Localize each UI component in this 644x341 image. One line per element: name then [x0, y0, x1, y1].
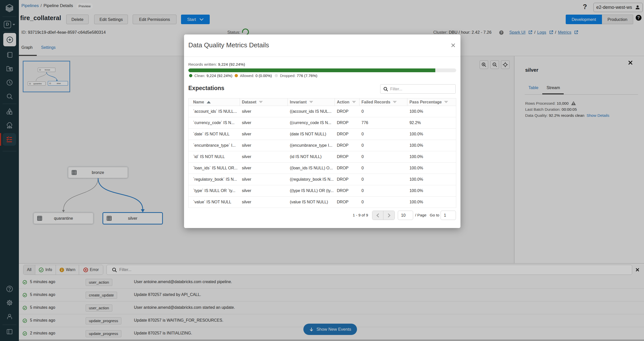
cell-pass: 100.0%: [407, 185, 456, 196]
cell-failed: 0: [360, 129, 408, 140]
table-row[interactable]: `regulatory_book` IS N... silver ((regul…: [189, 174, 456, 185]
pagination-range: 1 - 9 of 9: [353, 213, 368, 217]
table-row[interactable]: `date` IS NOT NULL silver (date IS NOT N…: [189, 129, 456, 140]
cell-invariant: ((currency_code IS N...: [288, 117, 335, 128]
cell-name: `value` IS NOT NULL: [189, 197, 240, 208]
close-icon: [451, 43, 456, 48]
cell-action: DROP: [335, 163, 360, 174]
table-row[interactable]: `loan_ids` IS NULL OR... silver ((loan_i…: [189, 163, 456, 174]
table-row[interactable]: `id` IS NOT NULL silver (id IS NOT NULL)…: [189, 151, 456, 163]
records-written: Records written: 9,224 (92.24%): [188, 62, 245, 67]
cell-failed: 0: [360, 174, 408, 185]
cell-action: DROP: [335, 174, 360, 185]
legend-dropped-value: 776 (7.76%): [297, 73, 317, 78]
column-header-dataset[interactable]: Dataset: [240, 98, 288, 106]
chevron-left-icon: [376, 213, 379, 218]
column-header-invariant[interactable]: Invariant: [288, 98, 335, 106]
cell-pass: 100.0%: [407, 163, 456, 174]
legend-allowed: Allowed: 0 (0.00%): [235, 73, 272, 78]
column-header-name[interactable]: Name: [189, 98, 240, 106]
cell-action: DROP: [335, 117, 360, 128]
goto-page-input[interactable]: [441, 211, 456, 220]
cell-action: DROP: [335, 140, 360, 151]
column-label: Name: [193, 100, 204, 104]
goto-label: Go to: [430, 213, 439, 217]
page-size-input[interactable]: [398, 211, 413, 220]
cell-invariant: ((account_ids IS NUL...: [288, 106, 335, 117]
modal-close-button[interactable]: [451, 43, 456, 48]
cell-action: DROP: [335, 106, 360, 117]
cell-name: `loan_ids` IS NULL OR...: [189, 163, 240, 174]
expectations-filter-input[interactable]: [390, 87, 455, 91]
legend-clean-label: Clean:: [194, 73, 205, 78]
sort-icon: [352, 101, 356, 103]
cell-action: DROP: [335, 197, 360, 208]
sort-icon: [309, 101, 313, 103]
modal-header-divider: [184, 57, 460, 57]
column-label: Action: [337, 100, 349, 104]
table-row[interactable]: `currency_code` IS N... silver ((currenc…: [189, 117, 456, 129]
table-row[interactable]: `account_ids` IS NULL... silver ((accoun…: [189, 106, 456, 117]
cell-dataset: silver: [240, 151, 288, 162]
cell-pass: 100.0%: [407, 174, 456, 185]
column-label: Dataset: [242, 100, 257, 104]
legend-dropped-label: Dropped:: [280, 73, 296, 78]
sort-icon: [444, 101, 448, 103]
cell-invariant: ((regulatory_book IS N...: [288, 174, 335, 185]
cell-name: `account_ids` IS NULL...: [189, 106, 240, 117]
expectations-table: Name Dataset Invariant Action Failed Rec…: [188, 98, 456, 208]
column-header-pass-percentage[interactable]: Pass Percentage: [407, 98, 456, 106]
legend-allowed-label: Allowed:: [240, 73, 254, 78]
pagination-buttons: [372, 211, 395, 220]
per-page-label: / Page: [415, 213, 426, 217]
table-row[interactable]: `encumbrance_type` I... silver ((encumbr…: [189, 140, 456, 151]
cell-name: `date` IS NOT NULL: [189, 129, 240, 140]
cell-pass: 92.2%: [407, 117, 456, 128]
cell-pass: 100.0%: [407, 197, 456, 208]
cell-dataset: silver: [240, 117, 288, 128]
cell-failed: 776: [360, 117, 408, 128]
sort-icon: [259, 101, 263, 103]
column-header-action[interactable]: Action: [335, 98, 360, 106]
records-written-label: Records written:: [188, 62, 217, 66]
column-label: Failed Records: [362, 100, 390, 104]
cell-failed: 0: [360, 140, 408, 151]
records-progress-bar: [188, 68, 456, 72]
prev-page-button[interactable]: [372, 211, 383, 220]
cell-dataset: silver: [240, 174, 288, 185]
cell-name: `type` IS NULL OR `ty...: [189, 185, 240, 196]
next-page-button[interactable]: [383, 211, 395, 220]
cell-invariant: ((type IS NULL) OR (ty...: [288, 185, 335, 196]
cell-pass: 100.0%: [407, 129, 456, 140]
sort-asc-icon: [207, 101, 211, 103]
cell-invariant: ((loan_ids IS NULL) O...: [288, 163, 335, 174]
cell-dataset: silver: [240, 106, 288, 117]
cell-invariant: (value IS NOT NULL): [288, 197, 335, 208]
app: D: [0, 0, 644, 341]
cell-action: DROP: [335, 129, 360, 140]
legend-allowed-value: 0 (0.00%): [256, 73, 272, 78]
legend-dropped: Dropped: 776 (7.76%): [275, 73, 317, 78]
cell-pass: 100.0%: [407, 106, 456, 117]
chevron-right-icon: [387, 213, 391, 218]
data-quality-modal: Data Quality Metrics Details Records wri…: [184, 34, 460, 228]
table-row[interactable]: `value` IS NOT NULL silver (value IS NOT…: [189, 197, 456, 208]
cell-name: `id` IS NOT NULL: [189, 151, 240, 162]
cell-failed: 0: [360, 197, 408, 208]
column-label: Pass Percentage: [409, 100, 442, 104]
cell-name: `encumbrance_type` I...: [189, 140, 240, 151]
search-icon: [383, 87, 388, 91]
column-header-failed-records[interactable]: Failed Records: [360, 98, 408, 106]
cell-pass: 100.0%: [407, 151, 456, 162]
expectations-filter: [380, 84, 456, 94]
cell-invariant: (date IS NOT NULL): [288, 129, 335, 140]
cell-invariant: (id IS NOT NULL): [288, 151, 335, 162]
cell-name: `currency_code` IS N...: [189, 117, 240, 128]
table-row[interactable]: `type` IS NULL OR `ty... silver ((type I…: [189, 185, 456, 197]
pagination: 1 - 9 of 9 / Page Go to: [184, 211, 460, 220]
cell-failed: 0: [360, 151, 408, 162]
table-header: Name Dataset Invariant Action Failed Rec…: [189, 98, 456, 106]
cell-name: `regulatory_book` IS N...: [189, 174, 240, 185]
progress-fill: [188, 68, 435, 72]
cell-invariant: ((encumbrance_type I...: [288, 140, 335, 151]
